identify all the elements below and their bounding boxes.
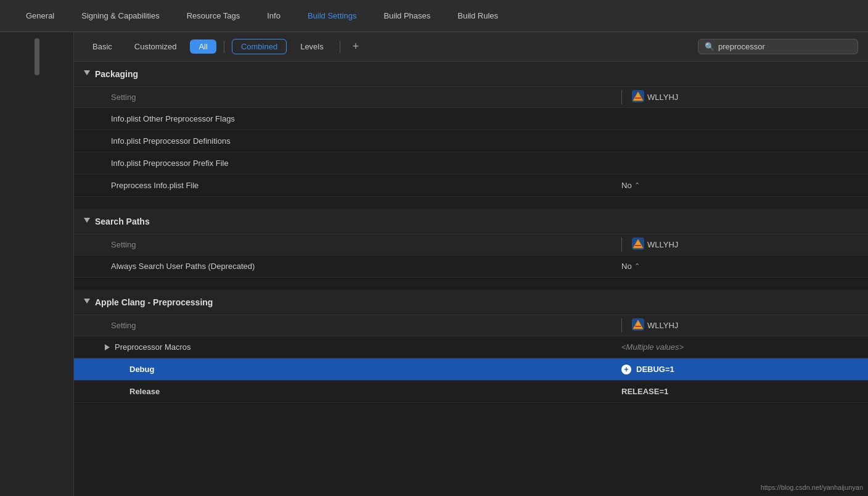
search-paths-header-row: Setting WLLYHJ	[74, 234, 868, 255]
search-icon: 🔍	[705, 42, 714, 51]
search-paths-title: Search Paths	[95, 217, 150, 226]
xcode-icon	[632, 90, 644, 104]
sidebar-scrollbar[interactable]	[35, 38, 39, 75]
packaging-triangle	[84, 70, 90, 78]
row-debug-value: + DEBUG=1	[621, 365, 868, 374]
add-button[interactable]: +	[348, 40, 364, 53]
toolbar: Basic Customized All Combined Levels + 🔍	[74, 32, 868, 62]
row-preprocess-infoplist-value: No ⌃	[621, 181, 868, 190]
packaging-title: Packaging	[95, 69, 138, 79]
apple-clang-title: Apple Clang - Preprocessing	[95, 297, 213, 307]
row-preprocess-infoplist[interactable]: Preprocess Info.plist File No ⌃	[74, 175, 868, 197]
stepper-preprocess[interactable]: ⌃	[634, 181, 640, 189]
tab-general[interactable]: General	[12, 0, 68, 31]
row-debug[interactable]: Debug + DEBUG=1	[74, 358, 868, 381]
toolbar-separator-2	[340, 41, 340, 53]
row-always-search-user-paths-name: Always Search User Paths (Deprecated)	[74, 262, 621, 271]
row-release-value: RELEASE=1	[621, 387, 868, 396]
search-box: 🔍	[698, 39, 858, 54]
sidebar	[0, 32, 74, 496]
all-button[interactable]: All	[190, 39, 216, 54]
packaging-header-row: Setting WLLYHJ	[74, 87, 868, 108]
preprocessor-macros-value: <Multiple values>	[621, 342, 868, 352]
apple-clang-triangle	[84, 299, 90, 307]
preprocessor-macros-triangle	[105, 344, 110, 350]
release-value-text: RELEASE=1	[621, 387, 668, 396]
tab-build-phases[interactable]: Build Phases	[370, 0, 444, 31]
no-text-search: No	[621, 262, 632, 271]
tab-resource-tags[interactable]: Resource Tags	[173, 0, 253, 31]
stepper-search[interactable]: ⌃	[634, 262, 640, 270]
apple-clang-wllyhj-text: WLLYHJ	[647, 321, 678, 330]
toolbar-separator-1	[224, 41, 224, 53]
row-always-search-user-paths[interactable]: Always Search User Paths (Deprecated) No…	[74, 255, 868, 278]
row-infoplist-other-preprocessor[interactable]: Info.plist Other Preprocessor Flags	[74, 108, 868, 130]
tab-build-rules[interactable]: Build Rules	[444, 0, 512, 31]
customized-button[interactable]: Customized	[126, 39, 186, 54]
search-paths-triangle	[84, 218, 90, 226]
row-debug-name: Debug	[74, 365, 621, 374]
no-value-preprocess: No ⌃	[621, 181, 640, 190]
no-value-search: No ⌃	[621, 262, 640, 271]
row-release[interactable]: Release RELEASE=1	[74, 381, 868, 403]
tab-build-settings[interactable]: Build Settings	[294, 0, 371, 31]
search-paths-section-header[interactable]: Search Paths	[74, 209, 868, 234]
content-area: Basic Customized All Combined Levels + 🔍…	[0, 32, 868, 496]
watermark: https://blog.csdn.net/yanhaijunyan	[761, 484, 863, 491]
row-infoplist-preprocessor-definitions[interactable]: Info.plist Preprocessor Definitions	[74, 130, 868, 152]
apple-clang-setting-label: Setting	[74, 321, 621, 330]
main-content: Basic Customized All Combined Levels + 🔍…	[74, 32, 868, 496]
settings-area[interactable]: Packaging Setting WLLY	[74, 62, 868, 496]
tab-info[interactable]: Info	[253, 0, 294, 31]
basic-button[interactable]: Basic	[84, 39, 121, 54]
search-input[interactable]	[718, 42, 841, 51]
combined-button[interactable]: Combined	[232, 39, 287, 54]
tab-bar: General Signing & Capabilities Resource …	[0, 0, 868, 32]
levels-button[interactable]: Levels	[292, 39, 332, 54]
tab-signing[interactable]: Signing & Capabilities	[68, 0, 173, 31]
packaging-setting-label: Setting	[74, 93, 621, 102]
apple-clang-wllyhj: WLLYHJ	[632, 318, 678, 333]
xcode-icon-3	[632, 318, 644, 333]
multiple-values-text: <Multiple values>	[621, 342, 684, 352]
plus-circle-icon[interactable]: +	[621, 365, 631, 374]
search-paths-wllyhj-text: WLLYHJ	[647, 240, 678, 249]
row-infoplist-preprocessor-prefix[interactable]: Info.plist Preprocessor Prefix File	[74, 152, 868, 175]
row-release-name: Release	[74, 387, 621, 396]
search-paths-header-value: WLLYHJ	[621, 238, 868, 252]
row-always-search-user-paths-value: No ⌃	[621, 262, 868, 271]
preprocessor-macros-label: Preprocessor Macros	[115, 342, 191, 352]
packaging-wllyhj-text: WLLYHJ	[647, 93, 678, 102]
packaging-section-header[interactable]: Packaging	[74, 62, 868, 87]
search-paths-wllyhj: WLLYHJ	[632, 238, 678, 252]
row-preprocess-infoplist-name: Preprocess Info.plist File	[74, 181, 621, 190]
preprocessor-macros-name: Preprocessor Macros	[74, 342, 621, 352]
apple-clang-section-header[interactable]: Apple Clang - Preprocessing	[74, 290, 868, 315]
debug-value-text: DEBUG=1	[636, 365, 674, 374]
packaging-wllyhj: WLLYHJ	[632, 90, 678, 104]
apple-clang-header-value: WLLYHJ	[621, 318, 868, 333]
apple-clang-header-row: Setting WLLYHJ	[74, 315, 868, 336]
row-infoplist-other-preprocessor-name: Info.plist Other Preprocessor Flags	[74, 114, 621, 123]
no-text: No	[621, 181, 632, 190]
xcode-icon-2	[632, 238, 644, 252]
row-preprocessor-macros-header[interactable]: Preprocessor Macros <Multiple values>	[74, 336, 868, 358]
row-infoplist-preprocessor-prefix-name: Info.plist Preprocessor Prefix File	[74, 159, 621, 168]
search-paths-setting-label: Setting	[74, 240, 621, 249]
row-infoplist-preprocessor-definitions-name: Info.plist Preprocessor Definitions	[74, 136, 621, 146]
packaging-header-value: WLLYHJ	[621, 90, 868, 104]
